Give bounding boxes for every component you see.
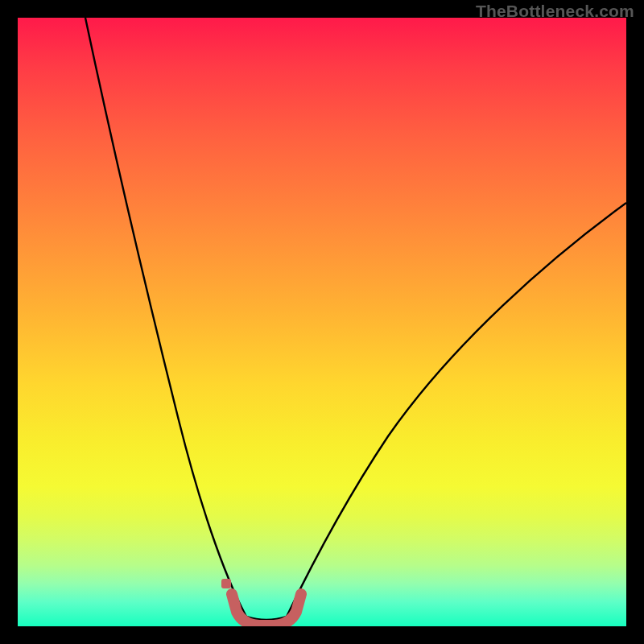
right-curve: [287, 203, 626, 617]
left-curve: [85, 18, 246, 617]
chart-svg: [18, 18, 626, 626]
chart-plot-area: [18, 18, 626, 626]
marker-dot: [221, 579, 231, 588]
watermark-text: TheBottleneck.com: [476, 2, 634, 21]
